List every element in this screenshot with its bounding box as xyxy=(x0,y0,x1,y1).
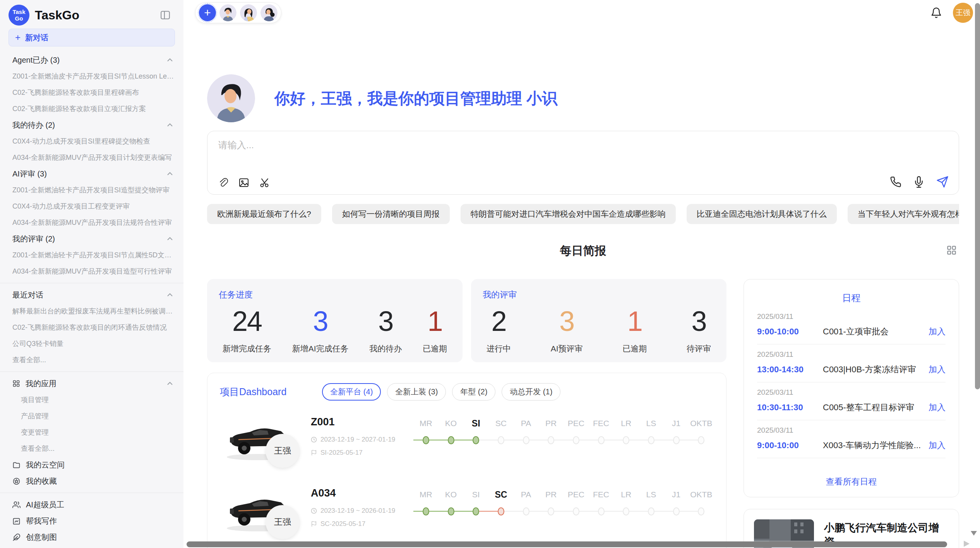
sidebar-cloud-space[interactable]: 我的云空间 xyxy=(7,457,176,473)
daily-briefing-title: 每日简报 xyxy=(207,242,959,260)
sidebar-section-agent-done[interactable]: Agent已办 (3) xyxy=(7,52,176,68)
project-row[interactable]: 王强 A034 2023-12-19 ~ 2026-01-19 xyxy=(220,485,714,543)
tab-new-platform[interactable]: 全新平台 (4) xyxy=(322,383,381,401)
sidebar-item[interactable]: C0X4-动力总成开发项目SI里程碑提交物检查 xyxy=(7,133,176,149)
sidebar-item[interactable]: A034-全新新能源MUV产品开发项目法规符合性评审 xyxy=(7,214,176,231)
milestone-label: PEC xyxy=(568,418,584,429)
sidebar-help-me-write[interactable]: 帮我写作 xyxy=(7,513,176,529)
recent-chat-item[interactable]: 解释最新出台的欧盟报废车法规再生塑料比例被调至15%... xyxy=(7,303,176,319)
daily-briefing-header: 每日简报 xyxy=(207,242,959,260)
app-logo: Task Go xyxy=(9,5,29,26)
recent-chat-item[interactable]: C02-飞腾新能源轻客改款项目的闭环通告反馈情况 xyxy=(7,319,176,336)
suggestion-chip[interactable]: 比亚迪全固态电池计划具体说了什么 xyxy=(687,204,837,224)
sidebar-collapse-icon[interactable] xyxy=(160,10,170,20)
sidebar-item[interactable]: C02-飞腾新能源轻客改款项目里程碑画布 xyxy=(7,84,176,101)
section-label: Agent已办 (3) xyxy=(12,55,60,65)
app-item[interactable]: 项目管理 xyxy=(7,392,176,408)
agent-avatar-female-2[interactable] xyxy=(260,4,278,21)
section-label: AI评审 (3) xyxy=(12,169,47,179)
milestone-cell: PEC xyxy=(564,418,589,472)
chat-input[interactable] xyxy=(218,139,729,150)
phone-icon[interactable] xyxy=(890,176,901,188)
suggestion-chip[interactable]: 特朗普可能对进口汽车增税会对中国车企造成哪些影响 xyxy=(461,204,676,224)
user-avatar[interactable]: 王强 xyxy=(953,3,973,23)
chevron-up-icon xyxy=(166,122,173,128)
sidebar-item[interactable]: C0X4-动力总成开发项目工程变更评审 xyxy=(7,198,176,214)
milestone-cell: PA xyxy=(514,489,539,543)
sidebar-section-my-review[interactable]: 我的评审 (2) xyxy=(7,231,176,247)
app-item[interactable]: 变更管理 xyxy=(7,424,176,440)
tab-powertrain[interactable]: 动总开发 (1) xyxy=(502,383,560,401)
agent-avatar-female-1[interactable] xyxy=(240,4,257,21)
suggestion-chip[interactable]: 如何写一份清晰的项目周报 xyxy=(332,204,450,224)
agent-avatar-male[interactable] xyxy=(219,4,236,21)
stat-label: 已逾期 xyxy=(622,343,647,354)
sidebar-item[interactable]: A034-全新新能源MUV产品开发项目造型可行性评审 xyxy=(7,263,176,279)
stat-value: 3 xyxy=(313,307,328,336)
sidebar-section-my-todo[interactable]: 我的待办 (2) xyxy=(7,117,176,133)
recent-chat-item[interactable]: 公司Q3轻卡销量 xyxy=(7,336,176,352)
notification-bell-icon[interactable] xyxy=(930,7,942,19)
milestone-dot xyxy=(473,507,479,515)
project-owner-badge: 王强 xyxy=(266,434,300,468)
milestone-dot xyxy=(473,436,479,444)
scroll-down-arrow[interactable] xyxy=(971,531,977,536)
stat: 3 待评审 xyxy=(687,307,711,354)
tab-model-year[interactable]: 年型 (2) xyxy=(452,383,495,401)
sidebar-item[interactable]: A034-全新新能源MUV产品开发项目计划变更表编写 xyxy=(7,149,176,166)
app-item[interactable]: 产品管理 xyxy=(7,408,176,424)
tab-new-body[interactable]: 全新上装 (3) xyxy=(387,383,446,401)
scroll-right-arrow[interactable] xyxy=(964,541,970,547)
new-chat-button[interactable]: + 新对话 xyxy=(9,29,175,46)
stat-value: 2 xyxy=(491,307,506,336)
add-agent-button[interactable]: + xyxy=(199,4,216,21)
milestone-dot xyxy=(623,507,629,515)
sidebar-favorites[interactable]: 我的收藏 xyxy=(7,473,176,489)
apps-view-all[interactable]: 查看全部... xyxy=(7,440,176,457)
milestone-label: PA xyxy=(521,489,531,500)
project-row[interactable]: 王强 Z001 2023-12-19 ~ 2027-01-19 xyxy=(220,414,714,472)
join-link[interactable]: 加入 xyxy=(929,440,946,451)
milestone-dot xyxy=(498,436,504,444)
sidebar-creative-drawing[interactable]: 创意制图 xyxy=(7,529,176,545)
stat-label: 已逾期 xyxy=(423,343,447,354)
schedule-item: 2025/03/11 13:00-14:30 C003|H0B-方案冻结评审 加… xyxy=(757,344,946,382)
schedule-card: 日程 2025/03/11 9:00-10:00 C001-立项审批会 加入 2… xyxy=(744,279,959,497)
view-all-schedule-link[interactable]: 查看所有日程 xyxy=(757,470,946,488)
sidebar-item[interactable]: Z001-全新燃油轻卡产品开发项目SI造型提交物评审 xyxy=(7,182,176,198)
milestone-cell: OKTB xyxy=(689,489,714,543)
scissors-icon[interactable] xyxy=(259,177,270,188)
sidebar-ai-super-staff[interactable]: AI超级员工 xyxy=(7,497,176,513)
recent-view-all[interactable]: 查看全部... xyxy=(7,352,176,368)
suggestion-chip[interactable]: 当下年轻人对汽车外观有怎样的喜好趋势 xyxy=(848,204,959,224)
image-icon[interactable] xyxy=(238,177,249,188)
join-link[interactable]: 加入 xyxy=(929,364,946,375)
sidebar-my-apps[interactable]: 我的应用 xyxy=(7,375,176,392)
layout-grid-icon[interactable] xyxy=(946,245,957,257)
join-link[interactable]: 加入 xyxy=(929,326,946,337)
milestone-label: LR xyxy=(621,418,631,429)
sidebar-item[interactable]: C02-飞腾新能源轻客改款项目立项汇报方案 xyxy=(7,101,176,117)
join-link[interactable]: 加入 xyxy=(929,402,946,413)
sidebar-item[interactable]: Z001-全新燃油皮卡产品开发项目SI节点Lesson Learn报告 xyxy=(7,68,176,84)
horizontal-scrollbar[interactable] xyxy=(187,541,947,547)
milestone-label: MR xyxy=(420,418,432,429)
stats-row: 任务进度 24 新增完成任务 3 新增AI完成任务 xyxy=(207,279,726,362)
send-icon[interactable] xyxy=(936,176,949,188)
microphone-icon[interactable] xyxy=(913,176,925,188)
stat: 3 AI预评审 xyxy=(551,307,583,354)
section-label: 我的待办 (2) xyxy=(12,120,55,130)
main-content: 你好，王强，我是你的项目管理助理 小识 xyxy=(183,74,980,548)
milestone-dot xyxy=(448,507,454,515)
project-code: A034 xyxy=(311,487,413,499)
suggestion-chip[interactable]: 欧洲新规最近颁布了什么? xyxy=(207,204,321,224)
milestone-label: KO xyxy=(445,418,457,429)
paperclip-icon[interactable] xyxy=(218,177,228,188)
sidebar-item[interactable]: Z001-全新燃油轻卡产品开发项目SI节点属性5D文件评审 xyxy=(7,247,176,263)
milestone-dot xyxy=(498,507,504,515)
milestone-dot xyxy=(598,507,605,515)
sidebar-section-ai-review[interactable]: AI评审 (3) xyxy=(7,166,176,182)
vertical-scrollbar[interactable] xyxy=(975,3,980,389)
milestone-cell: LR xyxy=(613,489,639,543)
sidebar-section-recent-chats[interactable]: 最近对话 xyxy=(7,287,176,303)
